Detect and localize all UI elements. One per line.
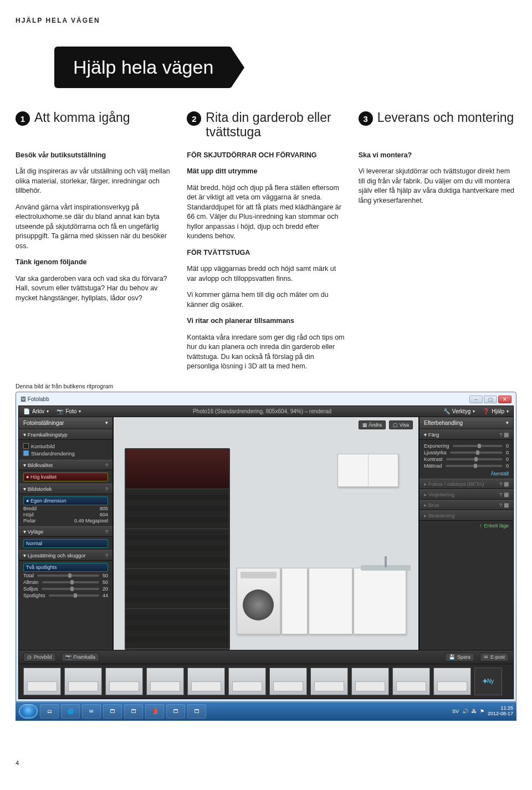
- window-controls: – ▢ ✕: [469, 396, 511, 403]
- rendered-room: [114, 437, 418, 650]
- slider-spot[interactable]: [49, 594, 99, 597]
- window-frame: 🖼 Fotolabb – ▢ ✕ 📄 Arkiv ▾ 📷 Foto ▾ Phot…: [16, 392, 516, 702]
- windows-taskbar: 🗂 🌐 ✉ 🗔 🗔 📕 🗔 🗔 SV 🔊 🖧 ⚑ 11:25 2012-08-1…: [16, 702, 516, 721]
- checkbox-standardrendering[interactable]: Standardrendering: [23, 450, 108, 456]
- right-panel-header[interactable]: Efterbehandling▾: [420, 417, 513, 429]
- section-bildstorlek[interactable]: ▾ Bildstorlek?: [19, 484, 112, 494]
- tray-icon[interactable]: ⚑: [480, 709, 484, 714]
- section-brus[interactable]: ▸ Brus? ▦: [420, 500, 513, 510]
- thumbnail[interactable]: [433, 668, 471, 695]
- taskbar-app-generic[interactable]: 🗔: [103, 704, 122, 719]
- select-kvalitet[interactable]: ● Hög kvalitet: [23, 473, 108, 481]
- tray-icon[interactable]: 🔊: [462, 709, 468, 714]
- window-minimize-button[interactable]: –: [469, 396, 483, 403]
- tray-lang[interactable]: SV: [452, 709, 459, 714]
- value-total: 50: [103, 573, 108, 578]
- section-farg[interactable]: ▾ Färg? ▦: [420, 429, 513, 440]
- col2-h3: FÖR TVÄTTSTUGA: [187, 249, 250, 257]
- col2-h4: Vi ritar och planerar tillsammans: [187, 317, 294, 325]
- thumbnail-add[interactable]: ✚ Ny: [474, 668, 502, 695]
- col3-h1: Ska vi montera?: [359, 151, 412, 159]
- slider-allman[interactable]: [42, 581, 99, 583]
- taskbar-app-generic[interactable]: 🗔: [166, 704, 185, 719]
- section-ljus[interactable]: ▾ Ljussättning och skuggor?: [19, 550, 112, 561]
- thumbnail[interactable]: [23, 668, 61, 695]
- left-panel-header[interactable]: Fotoinställningar▾: [19, 417, 112, 429]
- checkbox-konturbild[interactable]: Konturbild: [23, 443, 108, 449]
- workspace: Fotoinställningar▾ ▾ Framkallningstyp Ko…: [19, 417, 513, 650]
- right-panel: Efterbehandling▾ ▾ Färg? ▦ Exponering0 L…: [419, 417, 513, 650]
- thumbnail[interactable]: [228, 668, 266, 695]
- menu-verktyg[interactable]: 🔧 Verktyg ▾: [443, 408, 475, 414]
- tray-clock[interactable]: 11:25 2012-08-17: [488, 706, 513, 717]
- col3-p1: Vi levererar skjutdörrar och tvättstugor…: [359, 167, 516, 206]
- menu-hjalp[interactable]: ❓ Hjälp ▾: [483, 408, 509, 414]
- taskbar-app-generic[interactable]: 🗔: [124, 704, 143, 719]
- link-enkelt-lage[interactable]: ↑ Enkelt läge: [420, 521, 513, 531]
- tray-icon[interactable]: 🖧: [472, 709, 477, 714]
- value-bredd[interactable]: 805: [100, 506, 108, 511]
- step-3-number: 3: [359, 111, 373, 126]
- step-2-title: Rita din garderob eller tvättstuga: [206, 110, 345, 140]
- image-caption: Denna bild är från butikens ritprogram: [16, 383, 516, 389]
- section-vinjett[interactable]: ▸ Vinjettering? ▦: [420, 489, 513, 500]
- app-bottom-bar: ◷ Provbild 📷 Framkalla 💾 Spara ✉ E-post: [19, 650, 513, 664]
- taskbar-app-outlook[interactable]: ✉: [82, 704, 101, 719]
- window-title-text: 🖼 Fotolabb: [21, 396, 49, 402]
- window-close-button[interactable]: ✕: [498, 396, 511, 403]
- menu-foto[interactable]: 📷 Foto ▾: [57, 408, 81, 414]
- menu-arkiv[interactable]: 📄 Arkiv ▾: [23, 408, 49, 414]
- select-dimension[interactable]: ● Egen dimension: [23, 496, 108, 505]
- thumbnail[interactable]: [64, 668, 102, 695]
- render-title: Photo16 (Standardrendering, 805x604, 94%…: [89, 408, 436, 414]
- taskbar-app-explorer[interactable]: 🗂: [40, 704, 59, 719]
- laundry-illustration: [237, 454, 418, 650]
- section-vylage[interactable]: ▾ Vyläge?: [19, 526, 112, 537]
- column-2: FÖR SKJUTDÖRRAR OCH FÖRVARING Mät upp di…: [187, 151, 345, 378]
- slider-kontrast[interactable]: [446, 458, 503, 460]
- slider-ljusstyrka[interactable]: [450, 452, 503, 454]
- thumbnail[interactable]: [187, 668, 225, 695]
- section-bildkvalitet[interactable]: ▾ Bildkvalitet?: [19, 460, 112, 470]
- label-allman: Allmän: [23, 579, 39, 585]
- slider-solljus[interactable]: [42, 588, 99, 590]
- step-2-number: 2: [187, 111, 201, 126]
- taskbar-app-pdf[interactable]: 📕: [145, 704, 164, 719]
- viewport-btn-visa[interactable]: ▢ Visa: [389, 420, 413, 429]
- viewport-btn-andra[interactable]: ▦ Ändra: [359, 420, 386, 429]
- col2-h1: FÖR SKJUTDÖRRAR OCH FÖRVARING: [187, 151, 316, 159]
- section-framkallning[interactable]: ▾ Framkallningstyp: [19, 429, 112, 440]
- btn-provbild[interactable]: ◷ Provbild: [23, 653, 56, 661]
- value-kontrast: 0: [506, 456, 509, 462]
- body-columns: Besök vår butiksutställning Låt dig insp…: [16, 151, 516, 378]
- value-hojd[interactable]: 604: [100, 512, 108, 517]
- window-maximize-button[interactable]: ▢: [484, 396, 497, 403]
- btn-epost[interactable]: ✉ E-post: [480, 653, 509, 661]
- label-mattnad: Mättnad: [424, 463, 442, 469]
- taskbar-app-chrome[interactable]: 🌐: [61, 704, 80, 719]
- start-button[interactable]: [19, 704, 38, 719]
- slider-exponering[interactable]: [453, 445, 503, 447]
- slider-mattnad[interactable]: [446, 465, 503, 467]
- btn-framkalla[interactable]: 📷 Framkalla: [62, 653, 100, 661]
- step-1-title: Att komma igång: [34, 110, 130, 125]
- window-titlebar[interactable]: 🖼 Fotolabb – ▢ ✕: [18, 394, 514, 406]
- thumbnail[interactable]: [310, 668, 348, 695]
- select-spotlights[interactable]: Två spotlights: [23, 563, 108, 572]
- section-beskarning[interactable]: ▸ Beskärning: [420, 510, 513, 521]
- thumbnail[interactable]: [351, 668, 389, 695]
- thumbnail[interactable]: [392, 668, 430, 695]
- thumbnail[interactable]: [269, 668, 307, 695]
- thumbnail[interactable]: [105, 668, 143, 695]
- washing-machine-icon: [237, 568, 280, 634]
- select-vylage[interactable]: Normal: [23, 539, 108, 548]
- btn-spara[interactable]: 💾 Spara: [445, 653, 474, 661]
- value-allman: 50: [103, 579, 108, 585]
- render-viewport[interactable]: ▦ Ändra ▢ Visa: [113, 417, 419, 650]
- step-3-title: Leverans och montering: [377, 110, 514, 125]
- thumbnail[interactable]: [146, 668, 184, 695]
- taskbar-app-generic[interactable]: 🗔: [187, 704, 206, 719]
- slider-total[interactable]: [37, 574, 99, 577]
- section-fokus[interactable]: ▸ Fokus / oskärpa (BETA)? ▦: [420, 479, 513, 489]
- reset-link[interactable]: Återställ: [424, 471, 509, 476]
